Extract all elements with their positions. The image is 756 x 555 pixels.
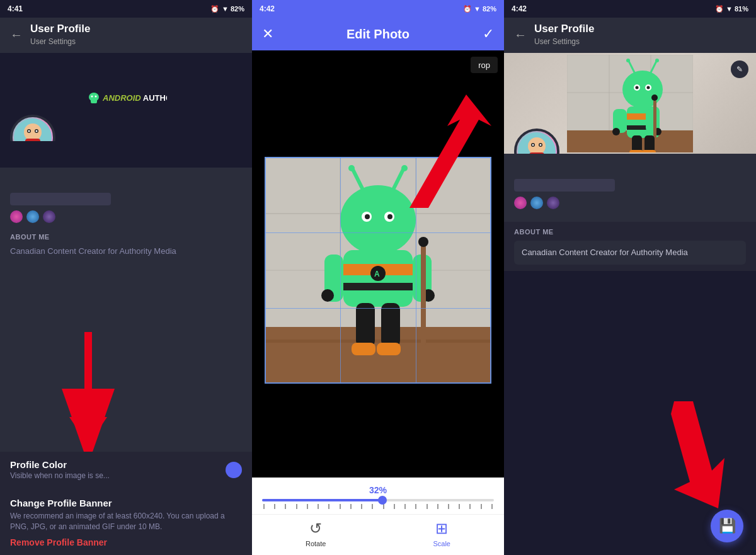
status-icons-3-text: ⏰ ▼ 81% (715, 5, 748, 13)
p2-crop-container[interactable]: A (265, 157, 491, 384)
svg-text:ANDROID
             AUTHORITY: ANDROID AUTHORITY (102, 93, 167, 103)
p3-title: User Profile (534, 23, 594, 35)
p3-about-label: ABOUT ME (514, 228, 746, 236)
svg-point-66 (647, 86, 650, 89)
p1-header-text: User Profile User Settings (30, 23, 90, 47)
authority-logo: ANDROID AUTHORITY (85, 88, 167, 106)
p3-save-icon: 💾 (719, 518, 736, 534)
svg-rect-76 (632, 135, 642, 152)
p1-change-banner-section: Change Profile Banner We recommend an im… (0, 490, 252, 555)
p1-username-bar (10, 193, 111, 205)
time-2: 4:42 (260, 4, 275, 13)
p2-toolbar: ↺ Rotate ⊞ Scale (252, 514, 504, 555)
p3-badges-row (514, 197, 746, 209)
alarm-icon: ⏰ (210, 5, 219, 13)
svg-point-11 (36, 130, 38, 132)
svg-point-75 (651, 94, 658, 101)
p1-badges-row (10, 210, 242, 223)
authority-logo-svg: ANDROID AUTHORITY (85, 88, 167, 106)
p1-about-text: Canadian Content Creator for Authority M… (0, 243, 252, 262)
p2-slider-fill (262, 499, 382, 501)
time-3: 4:42 (512, 4, 527, 13)
p3-content (504, 154, 756, 222)
p2-title: Edit Photo (346, 27, 410, 42)
p1-badge-purple (43, 210, 55, 223)
p2-close-button[interactable]: ✕ (262, 26, 273, 42)
p2-slider-thumb[interactable] (378, 496, 387, 505)
p3-avatar-wrapper: ✎ (514, 129, 559, 154)
p3-avatar-area: ✎ (514, 129, 559, 154)
panel-2: 4:42 ⏰ ▼ 82% ✕ Edit Photo ✓ rop (252, 0, 504, 555)
p2-scale-btn[interactable]: ⊞ Scale (433, 520, 450, 547)
p1-pcs-title: Profile Color (10, 459, 110, 470)
svg-point-3 (95, 96, 97, 98)
svg-point-84 (532, 144, 534, 146)
status-bar-3: 4:42 ⏰ ▼ 81% (504, 0, 756, 18)
status-icons-3: ⏰ ▼ 81% (715, 5, 748, 13)
p3-banner-area: ✎ ✎ (504, 53, 756, 154)
p3-save-fab[interactable]: 💾 (711, 510, 743, 542)
svg-point-62 (655, 59, 659, 62)
signal-icons: ▼ 82% (222, 5, 244, 13)
p1-about-label: ABOUT ME (0, 228, 252, 243)
svg-rect-79 (642, 150, 656, 152)
svg-point-10 (28, 130, 30, 132)
p1-change-banner-text: We recommend an image of at least 600x24… (10, 511, 242, 532)
p2-rotate-btn[interactable]: ↺ Rotate (306, 520, 326, 547)
p3-android-figure-svg (567, 55, 693, 152)
p1-remove-banner-btn[interactable]: Remove Profile Banner (10, 537, 242, 547)
svg-point-65 (636, 86, 639, 89)
p1-color-dot[interactable] (226, 462, 242, 478)
rotate-icon: ↺ (309, 520, 322, 537)
p2-crop-border (265, 157, 491, 384)
svg-rect-4 (91, 99, 97, 103)
p3-back-arrow[interactable]: ← (514, 28, 527, 42)
svg-point-60 (626, 59, 630, 62)
status-bar-1: 4:41 ⏰ ▼ 82% (0, 0, 252, 18)
svg-rect-12 (25, 139, 40, 141)
p3-avatar-image (518, 132, 556, 154)
p1-header: ← User Profile User Settings (0, 18, 252, 53)
p3-about-box: Canadian Content Creator for Authority M… (514, 241, 746, 265)
p1-pcs-text: Profile Color Visible when no image is s… (10, 459, 110, 480)
scale-icon: ⊞ (435, 520, 448, 537)
svg-rect-78 (629, 150, 643, 152)
svg-rect-86 (529, 152, 544, 154)
p1-badge-pink (10, 210, 23, 223)
p1-profile-color-section: Profile Color Visible when no image is s… (0, 452, 252, 490)
p2-image-area: rop (252, 50, 504, 478)
svg-point-58 (622, 71, 663, 108)
p3-badge-purple (547, 197, 559, 209)
status-icons-2: ⏰ ▼ 82% (463, 5, 496, 13)
p3-about-text: Canadian Content Creator for Authority M… (522, 247, 738, 258)
panel-1: 4:41 ⏰ ▼ 82% ← User Profile User Setting… (0, 0, 252, 555)
p1-pcs-row: Profile Color Visible when no image is s… (10, 459, 242, 480)
p1-username-area (0, 168, 252, 228)
p2-crop-button[interactable]: rop (471, 57, 498, 73)
p3-header: ← User Profile User Settings (504, 18, 756, 53)
red-arrow-p3-svg (655, 395, 731, 521)
p3-username-bar (514, 179, 615, 192)
back-arrow-icon[interactable]: ← (10, 28, 23, 42)
p1-subtitle: User Settings (30, 37, 76, 46)
avatar-image (14, 118, 52, 141)
p2-slider-track[interactable] (262, 499, 494, 501)
scale-label: Scale (433, 540, 450, 547)
svg-marker-87 (671, 401, 724, 508)
p2-crop-label: rop (478, 60, 490, 70)
svg-point-85 (540, 144, 542, 146)
panel-3: 4:42 ⏰ ▼ 81% ← User Profile User Setting… (504, 0, 756, 555)
p1-avatar[interactable]: ✎ (10, 115, 55, 141)
rotate-label: Rotate (306, 540, 326, 547)
p1-avatar-area: ✎ (10, 115, 55, 141)
p3-edit-banner-btn[interactable]: ✎ (731, 60, 748, 78)
p1-banner-area: ANDROID AUTHORITY ✎ (0, 53, 252, 141)
p3-badge-pink (514, 197, 527, 209)
status-bar-2: 4:42 ⏰ ▼ 82% (252, 0, 504, 18)
p2-confirm-button[interactable]: ✓ (483, 26, 494, 42)
p2-slider-ticks (262, 504, 494, 509)
p2-slider-area: 32% (252, 478, 504, 514)
p3-subtitle: User Settings (534, 37, 580, 46)
p3-avatar[interactable]: ✎ (514, 129, 559, 154)
p1-about-section: ABOUT ME Canadian Content Creator for Au… (0, 228, 252, 262)
